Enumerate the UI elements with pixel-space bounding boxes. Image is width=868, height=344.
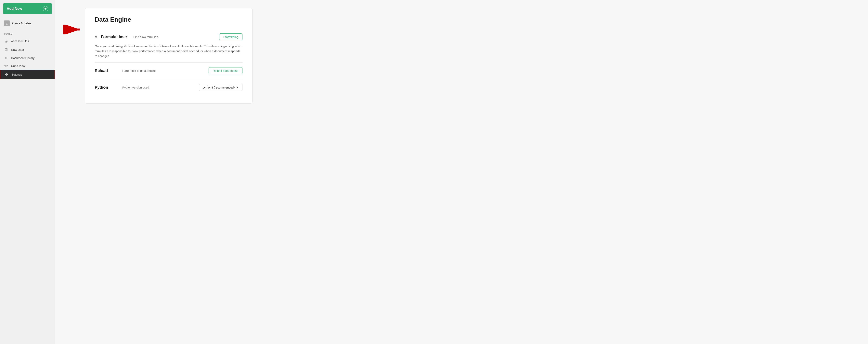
sidebar-item-label: Document History [11,56,34,60]
raw-data-icon: ⊡ [4,47,8,52]
sidebar-item-label: Code View [11,64,25,67]
sidebar-item-access-rules[interactable]: ◎ Access Rules [0,37,55,45]
formula-timer-title: Formula timer [101,35,127,39]
code-view-icon: </> [4,64,8,67]
sidebar-item-settings[interactable]: ⚙ Settings [0,70,55,79]
python-select-value: python3 (recommended) [203,86,235,89]
page-title: Data Engine [95,16,243,23]
python-section: Python Python version used python3 (reco… [95,79,243,96]
sidebar: Add New + C Class Grades TOOLS ◎ Access … [0,0,55,344]
chevron-down-icon: ∨ [236,85,238,89]
python-label: Python [95,85,118,90]
formula-timer-desc: Find slow formulas [133,35,158,39]
add-new-button[interactable]: Add New + [3,3,52,14]
data-engine-card: Data Engine ∨ Formula timer Find slow fo… [85,8,252,104]
sidebar-item-raw-data[interactable]: ⊡ Raw Data [0,45,55,54]
reload-data-engine-button[interactable]: Reload data engine [209,67,243,74]
sidebar-item-label: Class Grades [12,22,31,25]
sidebar-item-label: Settings [11,73,22,76]
main-content: Data Engine ∨ Formula timer Find slow fo… [55,0,868,344]
chevron-down-icon: ∨ [95,35,97,39]
sidebar-item-class-grades[interactable]: C Class Grades [0,18,55,29]
avatar: C [4,21,10,26]
sidebar-item-document-history[interactable]: ⊞ Document History [0,54,55,62]
reload-section: Reload Hard reset of data engine Reload … [95,63,243,79]
reload-label: Reload [95,68,118,73]
start-timing-button[interactable]: Start timing [219,33,243,40]
sidebar-item-code-view[interactable]: </> Code View [0,62,55,70]
sidebar-item-label: Raw Data [11,48,24,51]
sidebar-item-label: Access Rules [11,39,29,43]
document-history-icon: ⊞ [4,56,8,60]
settings-icon: ⚙ [4,72,9,76]
add-new-label: Add New [7,7,22,11]
formula-timer-body: Once you start timing, Grist will measur… [95,44,243,59]
python-version-select[interactable]: python3 (recommended) ∨ [199,84,243,91]
plus-icon: + [43,6,48,11]
tools-section-heading: TOOLS [0,29,55,37]
formula-timer-section: ∨ Formula timer Find slow formulas Start… [95,30,243,63]
python-desc: Python version used [122,86,195,89]
reload-desc: Hard reset of data engine [122,69,205,72]
arrow-annotation [63,25,83,35]
access-rules-icon: ◎ [4,39,8,43]
